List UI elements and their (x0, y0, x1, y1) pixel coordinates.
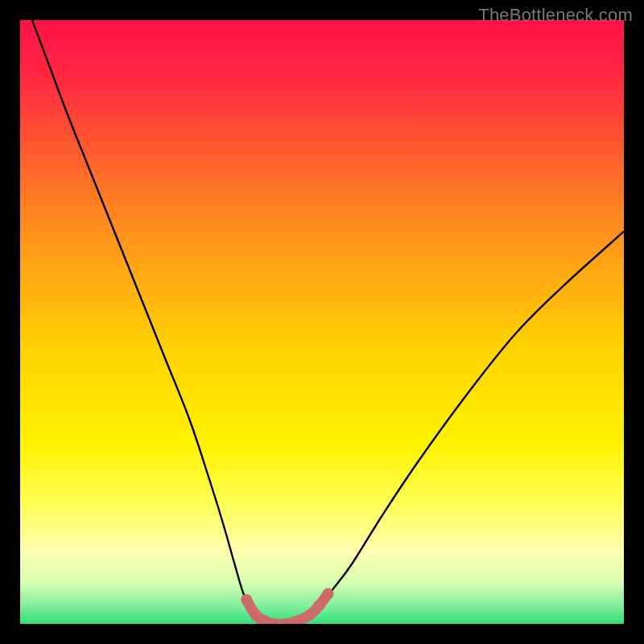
watermark-text: TheBottleneck.com (478, 5, 633, 26)
highlight-dot (241, 594, 252, 605)
plot-area (20, 20, 624, 624)
bottleneck-chart (20, 20, 624, 624)
highlight-dot (313, 601, 324, 612)
highlight-dot (323, 588, 334, 600)
gradient-background (20, 20, 624, 624)
chart-frame: TheBottleneck.com (0, 0, 644, 644)
highlight-dot (304, 609, 316, 621)
